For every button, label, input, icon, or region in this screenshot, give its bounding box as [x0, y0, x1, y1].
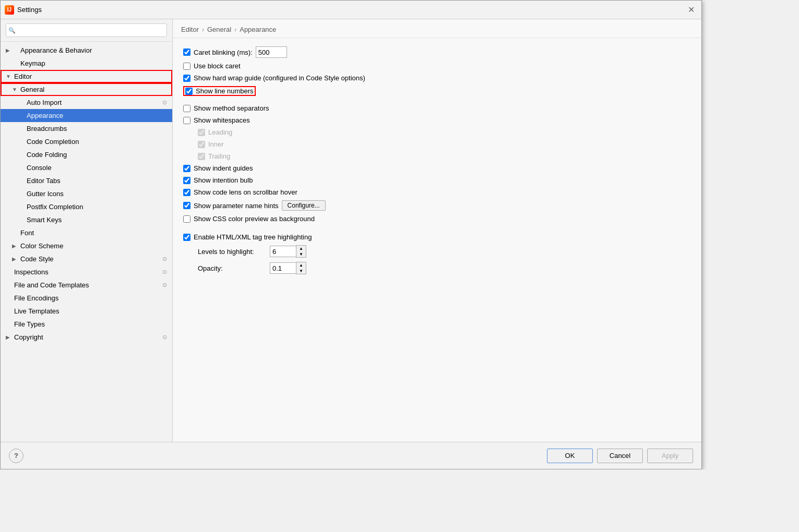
breadcrumb-general: General	[207, 26, 231, 33]
sidebar-item-live-templates[interactable]: Live Templates	[1, 305, 172, 318]
caret-blinking-label[interactable]: Caret blinking (ms):	[183, 49, 253, 56]
opacity-up-button[interactable]: ▲	[296, 262, 306, 268]
hard-wrap-text: Show hard wrap guide (configured in Code…	[194, 74, 365, 82]
breadcrumb: Editor › General › Appearance	[173, 19, 701, 38]
code-lens-checkbox[interactable]	[183, 189, 190, 196]
intention-bulb-label[interactable]: Show intention bulb	[183, 176, 253, 184]
sidebar-item-auto-import[interactable]: Auto Import ⊙	[1, 96, 172, 109]
option-code-lens: Show code lens on scrollbar hover	[183, 188, 691, 196]
option-method-sep: Show method separators	[183, 104, 691, 112]
close-button[interactable]: ✕	[685, 4, 697, 16]
sidebar-item-file-types[interactable]: File Types	[1, 318, 172, 331]
block-caret-checkbox[interactable]	[183, 63, 190, 70]
option-block-caret: Use block caret	[183, 62, 691, 70]
trailing-checkbox[interactable]	[198, 153, 205, 160]
inner-checkbox[interactable]	[198, 141, 205, 148]
levels-down-button[interactable]: ▼	[296, 251, 306, 257]
cancel-button[interactable]: Cancel	[597, 449, 643, 463]
html-highlight-label[interactable]: Enable HTML/XML tag tree highlighting	[183, 233, 312, 241]
chevron-right-icon: ▶	[12, 243, 18, 249]
sidebar-item-label: Editor	[14, 72, 167, 80]
method-sep-text: Show method separators	[194, 104, 269, 112]
css-preview-text: Show CSS color preview as background	[194, 215, 315, 223]
sidebar-item-postfix-completion[interactable]: Postfix Completion	[1, 200, 172, 213]
intention-bulb-checkbox[interactable]	[183, 177, 190, 184]
sidebar-item-gutter-icons[interactable]: Gutter Icons	[1, 187, 172, 200]
search-wrap	[6, 23, 167, 37]
inner-label[interactable]: Inner	[198, 140, 224, 148]
option-html-highlight: Enable HTML/XML tag tree highlighting	[183, 233, 691, 241]
option-line-numbers: Show line numbers	[183, 86, 256, 96]
ok-button[interactable]: OK	[547, 449, 593, 463]
hard-wrap-checkbox[interactable]	[183, 75, 190, 82]
opacity-down-button[interactable]: ▼	[296, 268, 306, 274]
levels-spinner-btns: ▲ ▼	[296, 245, 306, 258]
levels-up-button[interactable]: ▲	[296, 246, 306, 251]
sidebar-item-font[interactable]: Font	[1, 226, 172, 239]
leading-checkbox[interactable]	[198, 129, 205, 136]
html-highlight-checkbox[interactable]	[183, 234, 190, 241]
sidebar-item-code-completion[interactable]: Code Completion	[1, 135, 172, 148]
opacity-input[interactable]	[270, 262, 296, 274]
sidebar-item-appearance[interactable]: Appearance	[1, 109, 172, 122]
configure-button[interactable]: Configure...	[282, 200, 326, 211]
whitespaces-checkbox[interactable]	[183, 117, 190, 124]
sidebar-item-label: Font	[20, 229, 167, 237]
option-css-preview: Show CSS color preview as background	[183, 215, 691, 223]
caret-blinking-input[interactable]	[256, 46, 287, 58]
sidebar-item-editor[interactable]: ▼ Editor	[1, 70, 172, 83]
method-sep-checkbox[interactable]	[183, 105, 190, 112]
option-trailing: Trailing	[198, 152, 691, 160]
code-lens-label[interactable]: Show code lens on scrollbar hover	[183, 188, 297, 196]
apply-button[interactable]: Apply	[647, 449, 693, 463]
search-input[interactable]	[6, 23, 167, 37]
leading-text: Leading	[208, 128, 232, 136]
right-panel: Editor › General › Appearance Caret blin…	[173, 19, 701, 442]
trailing-label[interactable]: Trailing	[198, 152, 230, 160]
sidebar-item-file-code-templates[interactable]: File and Code Templates ⊙	[1, 279, 172, 292]
leading-label[interactable]: Leading	[198, 128, 232, 136]
levels-input[interactable]	[270, 246, 296, 257]
sidebar-item-label: Live Templates	[14, 307, 167, 315]
badge-icon: ⊙	[162, 99, 167, 106]
help-button[interactable]: ?	[9, 449, 23, 463]
sidebar-item-copyright[interactable]: ▶ Copyright ⊙	[1, 331, 172, 344]
caret-blinking-text: Caret blinking (ms):	[194, 49, 253, 56]
sidebar-item-label: General	[20, 86, 167, 93]
sidebar-item-inspections[interactable]: Inspections ⊙	[1, 265, 172, 279]
whitespaces-label[interactable]: Show whitespaces	[183, 116, 250, 124]
sidebar-item-editor-tabs[interactable]: Editor Tabs	[1, 174, 172, 187]
badge-icon: ⊙	[162, 269, 167, 275]
main-content: ▶ Appearance & Behavior Keymap ▼ Editor …	[1, 19, 701, 442]
sidebar-item-keymap[interactable]: Keymap	[1, 57, 172, 70]
indent-guides-label[interactable]: Show indent guides	[183, 164, 253, 172]
sidebar-item-console[interactable]: Console	[1, 161, 172, 174]
sidebar-item-file-encodings[interactable]: File Encodings	[1, 292, 172, 305]
param-hints-label[interactable]: Show parameter name hints	[183, 202, 279, 210]
chevron-right-icon: ▶	[12, 256, 18, 262]
param-hints-text: Show parameter name hints	[194, 202, 279, 210]
line-numbers-checkbox[interactable]	[185, 88, 193, 95]
line-numbers-label[interactable]: Show line numbers	[185, 87, 254, 95]
block-caret-label[interactable]: Use block caret	[183, 62, 241, 70]
sidebar-item-code-folding[interactable]: Code Folding	[1, 148, 172, 161]
sidebar-item-appearance-behavior[interactable]: ▶ Appearance & Behavior	[1, 44, 172, 57]
sidebar-item-color-scheme[interactable]: ▶ Color Scheme	[1, 239, 172, 252]
search-box	[1, 19, 172, 42]
caret-blinking-checkbox[interactable]	[183, 49, 190, 56]
hard-wrap-label[interactable]: Show hard wrap guide (configured in Code…	[183, 74, 365, 82]
sidebar-item-label: Smart Keys	[27, 216, 167, 224]
sidebar-item-breadcrumbs[interactable]: Breadcrumbs	[1, 122, 172, 135]
method-sep-label[interactable]: Show method separators	[183, 104, 269, 112]
css-preview-checkbox[interactable]	[183, 215, 190, 223]
levels-label: Levels to highlight:	[198, 248, 266, 256]
option-indent-guides: Show indent guides	[183, 164, 691, 172]
indent-guides-checkbox[interactable]	[183, 165, 190, 172]
param-hints-checkbox[interactable]	[183, 202, 190, 209]
css-preview-label[interactable]: Show CSS color preview as background	[183, 215, 315, 223]
sidebar-item-general[interactable]: ▼ General	[1, 83, 172, 96]
sidebar-item-label: File Encodings	[14, 294, 167, 302]
sidebar-item-smart-keys[interactable]: Smart Keys	[1, 213, 172, 226]
sidebar-item-code-style[interactable]: ▶ Code Style ⊙	[1, 252, 172, 265]
opacity-row: Opacity: ▲ ▼	[198, 262, 691, 274]
